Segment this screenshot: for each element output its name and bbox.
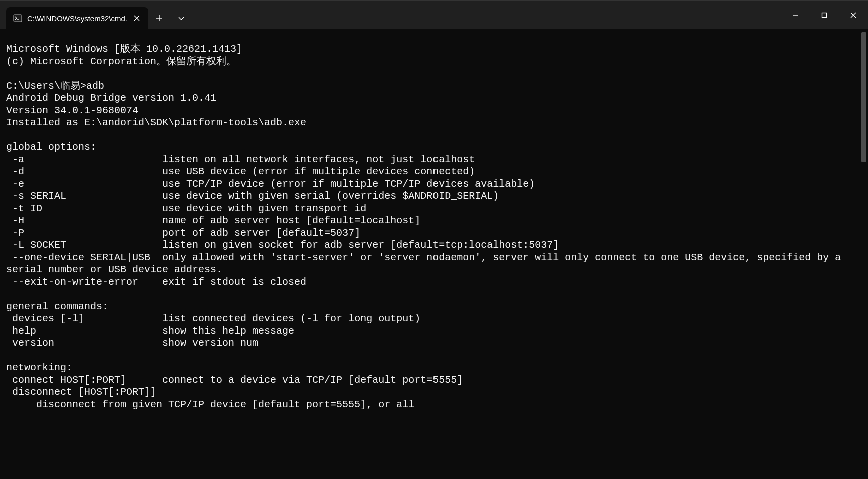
svg-rect-7 [822, 13, 827, 18]
new-tab-button[interactable] [148, 7, 170, 29]
tab-strip: C:\WINDOWS\system32\cmd. [0, 1, 192, 29]
titlebar-drag-region[interactable] [192, 1, 781, 29]
tab-title: C:\WINDOWS\system32\cmd. [27, 14, 127, 23]
terminal-window: C:\WINDOWS\system32\cmd. [0, 0, 868, 479]
tab-active[interactable]: C:\WINDOWS\system32\cmd. [6, 7, 148, 29]
close-window-button[interactable] [839, 1, 868, 29]
terminal-area: Microsoft Windows [版本 10.0.22621.1413] (… [0, 29, 868, 479]
maximize-button[interactable] [810, 1, 839, 29]
svg-rect-0 [14, 15, 22, 22]
cmd-icon [13, 14, 22, 23]
scrollbar-vertical[interactable] [860, 29, 868, 479]
window-controls [781, 1, 868, 29]
titlebar[interactable]: C:\WINDOWS\system32\cmd. [0, 1, 868, 29]
scrollbar-thumb[interactable] [861, 32, 866, 162]
terminal-output[interactable]: Microsoft Windows [版本 10.0.22621.1413] (… [0, 39, 860, 469]
tab-dropdown-button[interactable] [170, 7, 192, 29]
minimize-button[interactable] [781, 1, 810, 29]
tab-close-button[interactable] [132, 14, 141, 23]
